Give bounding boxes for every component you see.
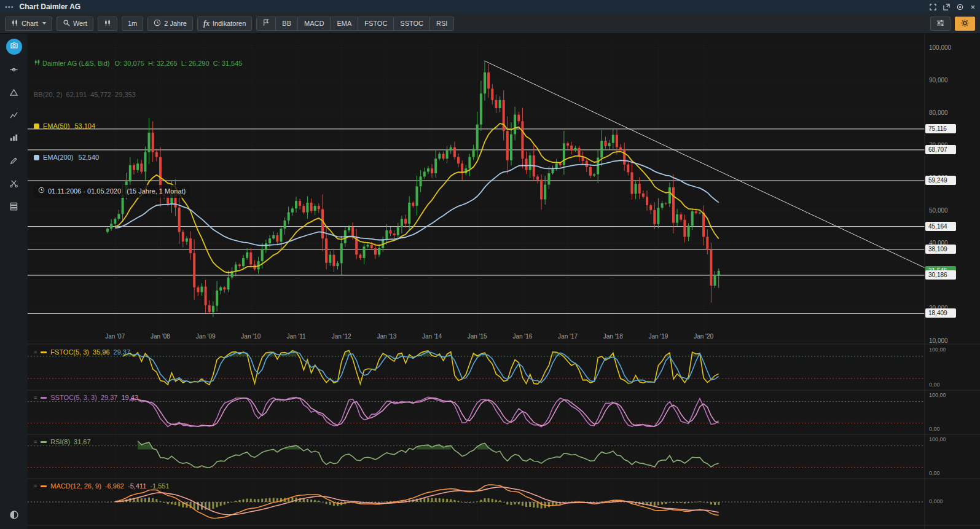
content: Daimler AG (L&S, Bid)O: 30,075 H: 32,265… xyxy=(0,34,980,529)
price-line-tag: 30,186 xyxy=(925,270,956,280)
indicators-button[interactable]: fx Indikatoren xyxy=(197,17,252,31)
chart-objects-button[interactable] xyxy=(8,132,20,146)
range-label: 2 Jahre xyxy=(164,20,187,27)
sstoc-color-dash xyxy=(41,397,47,399)
settings-button[interactable] xyxy=(955,17,975,31)
y-axis-tick: 50,000 xyxy=(929,207,948,214)
ema200-color-chip xyxy=(34,155,39,160)
series-icon xyxy=(34,60,41,67)
window-title: Chart Daimler AG xyxy=(20,2,81,11)
macd-label: MACD(12, 26, 9) xyxy=(50,482,101,490)
panel-scale-top-label: 100,00 xyxy=(929,347,946,353)
macd-value: -6,962 xyxy=(105,482,124,490)
target-icon[interactable] xyxy=(957,4,963,10)
instrument-search-button[interactable]: Wert xyxy=(57,17,93,31)
screenshot-button[interactable] xyxy=(6,39,22,55)
candlestick-icon xyxy=(104,19,111,28)
fstoc-label: FSTOC(5, 3) xyxy=(50,348,89,356)
x-axis-label: Jan '11 xyxy=(283,333,310,340)
ema50-color-chip xyxy=(34,123,39,129)
ohlc-values: O: 30,075 H: 32,265 L: 26,290 C: 31,545 xyxy=(114,60,242,67)
layers-button[interactable] xyxy=(8,200,20,214)
quick-indicator-rsi[interactable]: RSI xyxy=(429,17,453,30)
indicators-label: Indikatoren xyxy=(213,20,246,27)
fullscreen-icon[interactable] xyxy=(930,4,936,10)
edit-tool-button[interactable] xyxy=(8,155,20,168)
price-line-tag: 59,249 xyxy=(925,176,956,185)
search-label: Wert xyxy=(73,20,87,27)
quick-indicator-fstoc[interactable]: FSTOC xyxy=(358,17,393,30)
timeframe-button[interactable]: 1m xyxy=(122,17,143,31)
trendline-tool-button[interactable] xyxy=(8,109,20,123)
flag-icon xyxy=(263,19,269,28)
sliders-icon xyxy=(936,19,944,28)
x-axis-label: Jan '15 xyxy=(464,333,491,340)
triangle-tool-button[interactable] xyxy=(8,87,20,100)
macd-color-dash xyxy=(41,485,47,487)
layout-settings-button[interactable] xyxy=(930,17,951,31)
quick-indicator-macd[interactable]: MACD xyxy=(297,17,330,30)
quick-indicator-sstoc[interactable]: SSTOC xyxy=(393,17,429,30)
x-axis-label: Jan '09 xyxy=(192,333,219,340)
window-menu-icon[interactable]: ••• xyxy=(5,3,14,10)
candlestick-icon xyxy=(11,19,18,28)
pencil-icon xyxy=(9,156,18,167)
chart-type-button[interactable] xyxy=(98,17,117,31)
macd-signal-value: -5,411 xyxy=(128,482,146,490)
ema200-value: 52,540 xyxy=(79,154,100,161)
legend-bb-row[interactable]: BB(20, 2) 62,191 45,772 29,353 xyxy=(34,90,242,100)
bookmark-button[interactable] xyxy=(257,17,275,30)
cut-tool-button[interactable] xyxy=(8,178,20,191)
y-axis-tick: 80,000 xyxy=(929,109,948,116)
panel-handle-icon: ≡ xyxy=(34,393,37,402)
legend-ema50-row[interactable]: EMA(50)53,104 xyxy=(34,121,242,131)
range-button[interactable]: 2 Jahre xyxy=(147,17,193,31)
trading-app-window: ••• Chart Daimler AG × Chart Wert 1m 2 J… xyxy=(0,0,980,529)
trendlines-icon xyxy=(9,111,18,122)
main-toolbar: Chart Wert 1m 2 Jahre fx Indikatoren BB … xyxy=(0,14,980,34)
price-line-tag: 75,116 xyxy=(925,124,956,133)
timeframe-label: 1m xyxy=(128,20,137,27)
measure-tool-button[interactable] xyxy=(8,64,20,77)
macd-legend[interactable]: ≡ MACD(12, 26, 9) -6,962 -5,411 -1,551 xyxy=(34,482,170,490)
window-titlebar: ••• Chart Daimler AG × xyxy=(0,0,980,14)
panel-handle-icon: ≡ xyxy=(34,482,37,490)
y-axis-tick: 100,000 xyxy=(929,44,951,51)
macd-zero-label: 0,000 xyxy=(929,498,943,504)
quick-indicator-ema[interactable]: EMA xyxy=(330,17,358,30)
x-axis-label: Jan '07 xyxy=(101,333,128,340)
contrast-toggle-button[interactable] xyxy=(8,509,20,523)
x-axis-label: Jan '14 xyxy=(418,333,445,340)
quick-indicator-bb[interactable]: BB xyxy=(275,17,297,30)
close-icon[interactable]: × xyxy=(970,3,975,11)
date-range-text: 01.11.2006 - 01.05.2020 (15 Jahre, 1 Mon… xyxy=(48,186,186,197)
quick-indicator-group: BB MACD EMA FSTOC SSTOC RSI xyxy=(256,17,454,31)
panel-scale-top-label: 100,00 xyxy=(929,392,946,398)
fstoc-color-dash xyxy=(41,351,47,353)
legend-ema200-row[interactable]: EMA(200)52,540 xyxy=(34,152,242,163)
clock-icon xyxy=(38,186,45,197)
legend-series-row[interactable]: Daimler AG (L&S, Bid)O: 30,075 H: 32,265… xyxy=(34,58,242,69)
fstoc-legend[interactable]: ≡ FSTOC(5, 3) 35,96 29,37 xyxy=(34,348,130,356)
rsi-legend[interactable]: ≡ RSI(8) 31,67 xyxy=(34,437,91,446)
popout-icon[interactable] xyxy=(943,4,950,10)
sstoc-value-d: 19,43 xyxy=(121,393,138,402)
date-range-chip[interactable]: 01.11.2006 - 01.05.2020 (15 Jahre, 1 Mon… xyxy=(34,185,190,198)
panel-scale-top-label: 100,00 xyxy=(929,436,946,442)
sstoc-legend[interactable]: ≡ SSTOC(5, 3, 3) 29,37 19,43 xyxy=(34,393,138,402)
scissors-icon xyxy=(9,179,18,190)
y-axis-tick: 90,000 xyxy=(929,77,948,84)
x-axis-label: Jan '12 xyxy=(328,333,355,340)
ema50-value: 53,104 xyxy=(74,122,95,130)
series-name: Daimler AG (L&S, Bid) xyxy=(42,60,109,67)
search-icon xyxy=(63,19,70,28)
x-axis-label: Jan '16 xyxy=(509,333,536,340)
price-line-tag: 38,109 xyxy=(925,245,956,254)
chart-menu-button[interactable]: Chart xyxy=(5,17,52,31)
rsi-label: RSI(8) xyxy=(50,437,70,446)
y-axis-tick: 10,000 xyxy=(929,337,948,344)
panel-scale-bottom-label: 0,00 xyxy=(929,426,940,432)
fstoc-value-d: 29,37 xyxy=(114,348,131,356)
chart-region: Daimler AG (L&S, Bid)O: 30,075 H: 32,265… xyxy=(28,34,980,529)
price-line-tag: 45,164 xyxy=(925,222,956,231)
